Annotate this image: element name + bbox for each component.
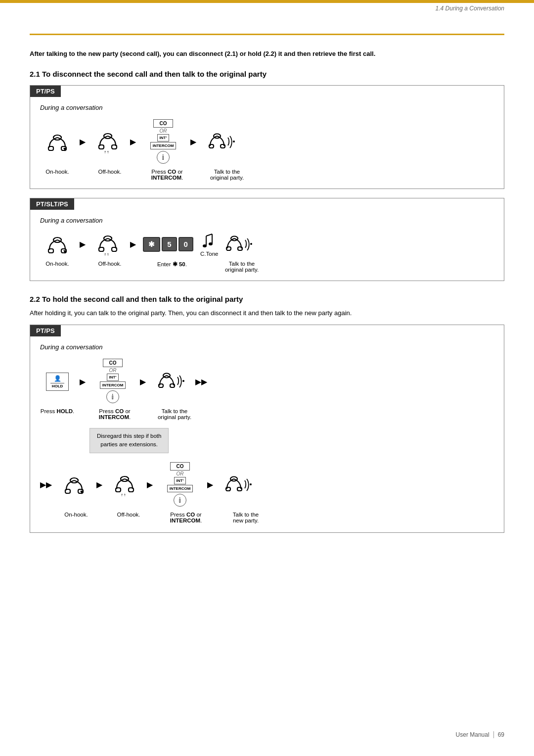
intro-text: After talking to the new party (second c… bbox=[30, 49, 504, 59]
co-button-21: CO bbox=[153, 119, 173, 128]
flow-item-onhook-slt: ▾ bbox=[40, 233, 75, 256]
ctone-icon bbox=[201, 232, 217, 251]
svg-rect-34 bbox=[65, 489, 70, 493]
during-label-21-ptps: During a conversation bbox=[40, 104, 494, 111]
svg-text:▾: ▾ bbox=[63, 145, 67, 153]
svg-point-32 bbox=[182, 380, 184, 382]
svg-rect-31 bbox=[170, 384, 175, 387]
caption-onhook-21: On-hook. bbox=[40, 169, 75, 175]
double-arrow-22r1: ▶▶ bbox=[195, 377, 207, 386]
caption-offhook-22r2: Off-hook. bbox=[111, 512, 146, 518]
page-footer: User Manual 69 bbox=[456, 731, 504, 738]
footer-label: User Manual bbox=[456, 731, 490, 738]
onhook-22r2-icon: ▾ bbox=[61, 473, 87, 496]
or-text-21: OR bbox=[159, 128, 167, 134]
flow-item-offhook-21: ↑↑ bbox=[90, 131, 125, 153]
svg-text:↑↑: ↑↑ bbox=[104, 149, 109, 153]
hold-person: 👤 bbox=[50, 375, 64, 382]
svg-point-28 bbox=[250, 243, 252, 245]
svg-rect-39 bbox=[129, 488, 134, 492]
flow-item-offhook-slt: ↑↑ bbox=[90, 233, 125, 256]
offhook-phone-icon: ↑↑ bbox=[95, 131, 121, 153]
offhook-22r2-icon: ↑↑ bbox=[112, 473, 137, 496]
ctone-label: C.Tone bbox=[200, 251, 218, 257]
hold-text: HOLD bbox=[50, 383, 64, 388]
intercom-circle-21: 𝕚 bbox=[157, 151, 170, 164]
ptsltps-box-21: PT/SLT/PS During a conversation ▾ bbox=[30, 198, 504, 281]
flow-item-co-22r1: CO OR INT' INTERCOM 𝕚 bbox=[90, 359, 135, 404]
key-5: 5 bbox=[162, 237, 177, 251]
svg-point-24 bbox=[209, 242, 213, 245]
ctone-item: C.Tone bbox=[200, 232, 218, 257]
caption-talk-22r1: Talk to theoriginal party. bbox=[155, 408, 194, 420]
arrow-3-22r2: ▶ bbox=[207, 480, 213, 489]
section22-container: 2.2 To hold the second call and then tal… bbox=[30, 295, 504, 533]
page-number: 69 bbox=[498, 731, 504, 738]
talk-22r2-icon bbox=[223, 473, 253, 496]
key-star: ✱ bbox=[143, 237, 160, 252]
svg-rect-6 bbox=[112, 145, 117, 149]
disregard-wrapper: Disregard this step if bothparties are e… bbox=[40, 428, 494, 453]
section22-body: After holding it, you can talk to the or… bbox=[30, 308, 504, 318]
caption-co-22r1: Press CO orINTERCOM. bbox=[92, 408, 137, 420]
ptps-box-21: PT/PS During a conversation bbox=[30, 85, 504, 189]
svg-rect-9 bbox=[209, 144, 214, 148]
svg-point-11 bbox=[233, 141, 235, 142]
offhook-slt-icon: ↑↑ bbox=[95, 233, 121, 256]
during-label-22: During a conversation bbox=[40, 343, 494, 351]
svg-rect-26 bbox=[226, 247, 231, 250]
svg-line-22 bbox=[206, 234, 212, 236]
double-arrow-22r2-start: ▶▶ bbox=[40, 480, 52, 489]
svg-rect-1 bbox=[48, 146, 53, 150]
caption-hold-22: Press HOLD. bbox=[40, 408, 75, 414]
caption-co-22r2: Press CO orINTERCOM. bbox=[164, 512, 208, 523]
arrow-2-slt: ▶ bbox=[130, 239, 136, 249]
flow-item-hold: 👤 HOLD bbox=[40, 373, 75, 391]
ctone-talk-group: C.Tone bbox=[200, 232, 256, 257]
caption-keys-slt: Enter ✱ 50. bbox=[145, 261, 199, 268]
flow-item-talk-22r2 bbox=[218, 473, 258, 496]
svg-rect-27 bbox=[238, 247, 242, 250]
svg-rect-10 bbox=[221, 144, 225, 148]
arrow-2-22r2: ▶ bbox=[147, 480, 153, 489]
svg-rect-5 bbox=[99, 145, 104, 149]
arrow-1-21: ▶ bbox=[80, 137, 86, 146]
disregard-box: Disregard this step if bothparties are e… bbox=[89, 428, 169, 453]
svg-text:↑↑: ↑↑ bbox=[104, 251, 109, 256]
key-0: 0 bbox=[178, 237, 193, 251]
caption-talk-21: Talk to theoriginal party. bbox=[207, 169, 247, 181]
caption-talk-slt: Talk to theoriginal party. bbox=[217, 261, 267, 273]
flow-item-talk-slt bbox=[221, 233, 256, 256]
flow-item-co-21: CO OR INT' INTERCOM 𝕚 bbox=[141, 119, 185, 165]
ptps-label-22: PT/PS bbox=[30, 325, 61, 336]
caption-onhook-slt: On-hook. bbox=[40, 261, 75, 267]
caption-onhook-22r2: On-hook. bbox=[59, 512, 93, 518]
footer-divider bbox=[493, 731, 494, 738]
section21-heading: 2.1 To disconnect the second call and th… bbox=[30, 70, 504, 78]
top-bar bbox=[0, 0, 534, 3]
arrow-2-21: ▶ bbox=[130, 137, 136, 146]
svg-rect-43 bbox=[237, 487, 242, 491]
flow-item-offhook-22r2: ↑↑ bbox=[107, 473, 142, 496]
ptsltps-label-21: PT/SLT/PS bbox=[30, 198, 74, 210]
caption-talk-22r2: Talk to thenew party. bbox=[226, 512, 266, 523]
talk-icon-21 bbox=[206, 131, 236, 153]
svg-text:▾: ▾ bbox=[80, 488, 84, 496]
section-label: 1.4 During a Conversation bbox=[436, 5, 504, 12]
svg-point-21 bbox=[203, 244, 207, 247]
onhook-slt-icon: ▾ bbox=[44, 233, 70, 256]
svg-rect-18 bbox=[112, 247, 117, 251]
talk-slt-icon bbox=[223, 233, 253, 256]
flow-item-talk-22r1 bbox=[151, 370, 190, 393]
arrow-1-22r2: ▶ bbox=[96, 480, 102, 489]
caption-offhook-slt: Off-hook. bbox=[92, 261, 127, 267]
talk-22r1-icon bbox=[156, 370, 185, 393]
caption-co-21: Press CO orINTERCOM. bbox=[145, 169, 189, 181]
flow-item-talk-21 bbox=[201, 131, 241, 153]
svg-rect-38 bbox=[116, 488, 121, 492]
arrow-1-22r1: ▶ bbox=[80, 377, 86, 386]
ptps-label-21: PT/PS bbox=[30, 86, 61, 97]
int-button-21: INT' bbox=[157, 134, 170, 142]
section22-heading: 2.2 To hold the second call and then tal… bbox=[30, 295, 504, 303]
flow-item-onhook-22r2: ▾ bbox=[57, 473, 91, 496]
